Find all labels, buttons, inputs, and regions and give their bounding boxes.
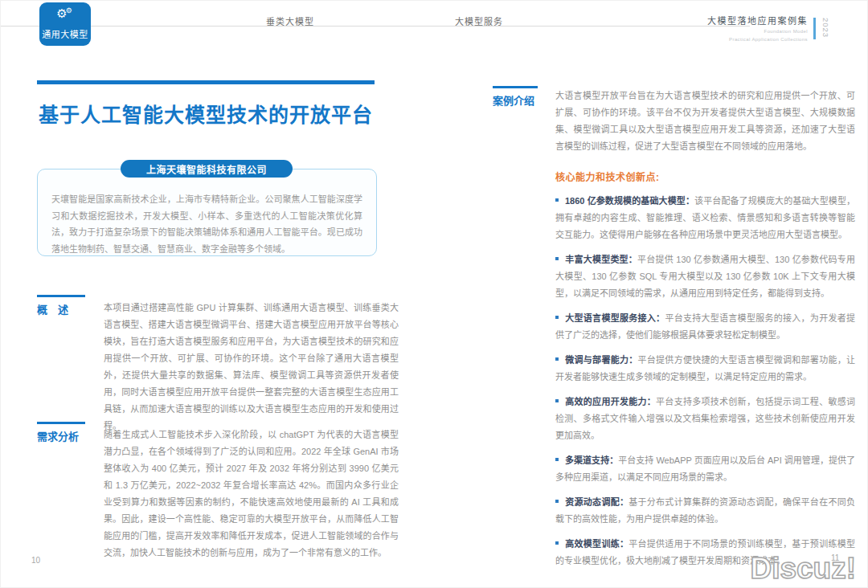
document-page: ⚙⚙ 通用大模型 垂类大模型 大模型服务 大模型落地应用案例集 Foundati… <box>0 0 868 588</box>
feature-lead: 高效模型训练： <box>565 539 628 549</box>
feature-lead: 大型语言模型服务接入： <box>565 313 665 323</box>
tab-large-model-service[interactable]: 大模型服务 <box>455 14 503 27</box>
tab-general-large-model[interactable]: ⚙⚙ 通用大模型 <box>39 2 91 46</box>
header-right-block: 大模型落地应用案例集 Foundation Model Practical Ap… <box>707 14 830 43</box>
tab-vertical-large-model[interactable]: 垂类大模型 <box>266 14 314 27</box>
bullet-square-icon <box>555 198 559 202</box>
overview-label: 概 述 <box>37 301 93 316</box>
bullet-square-icon <box>555 541 559 545</box>
feature-item: 资源动态调配：基于分布式计算集群的资源动态调配，确保平台在不同负载下的高效性能，… <box>555 494 855 528</box>
active-tab-label: 通用大模型 <box>42 27 88 40</box>
feature-lead: 高效的应用开发能力： <box>565 397 656 406</box>
overview-body: 本项目通过搭建高性能 GPU 计算集群、训练通用大语言模型、训练垂类大语言模型、… <box>104 300 399 435</box>
company-intro-text: 天壤智能是国家高新技术企业，上海市专精特新企业。公司聚焦人工智能深度学习和大数据… <box>51 191 362 257</box>
core-capabilities-heading: 核心能力和技术创新点: <box>555 169 855 183</box>
company-intro-box: 天壤智能是国家高新技术企业，上海市专精特新企业。公司聚焦人工智能深度学习和大数据… <box>37 169 377 256</box>
demand-analysis-body: 随着生成式人工智能技术步入深化阶段，以 chatGPT 为代表的大语言模型潜力凸… <box>104 427 399 561</box>
demand-analysis-label: 需求分析 <box>37 428 93 443</box>
feature-item: 1860 亿参数规模的基础大模型：该平台配备了规模庞大的基础大型模型，拥有卓越的… <box>555 193 855 243</box>
year-accent-bar <box>813 18 816 39</box>
bullet-square-icon <box>555 316 559 319</box>
case-intro-label: 案例介绍 <box>493 92 549 108</box>
bullet-square-icon <box>555 357 559 361</box>
bullet-square-icon <box>555 399 559 402</box>
case-intro-text: 大语言模型开放平台旨在为大语言模型技术的研究和应用提供一个开放、可扩展、可协作的… <box>555 88 855 155</box>
feature-item: 多渠道支持：平台支持 WebAPP 页面应用以及后台 API 调用管理，提供了多… <box>555 452 855 486</box>
feature-item: 高效的应用开发能力：平台支持多项技术创新，包括提示词工程、敏感词检测、多格式文件… <box>555 394 855 444</box>
page-title: 基于人工智能大模型技术的开放平台 <box>37 99 375 128</box>
case-intro-accent-bar <box>493 86 538 88</box>
feature-lead: 1860 亿参数规模的基础大模型： <box>565 196 694 206</box>
feature-item: 微调与部署能力：平台提供方便快捷的大型语言模型微调和部署功能，让开发者能够快速生… <box>555 352 855 386</box>
feature-lead: 丰富大模型类型： <box>565 255 637 264</box>
feature-lead: 微调与部署能力： <box>565 355 638 365</box>
feature-lead: 多渠道支持： <box>565 455 618 465</box>
collection-subtitle-line1: Foundation Model <box>707 28 808 35</box>
header-divider <box>1 26 750 27</box>
gears-icon: ⚙⚙ <box>39 7 91 20</box>
demand-analysis-accent-bar <box>37 422 85 424</box>
bullet-square-icon <box>555 458 559 461</box>
feature-item: 大型语言模型服务接入：平台支持大型语言模型服务的接入，为开发者提供了广泛的选择，… <box>555 310 855 344</box>
collection-subtitle-line2: Practical Application Collections <box>707 36 808 43</box>
feature-item: 丰富大模型类型：平台提供 130 亿参数通用大模型、130 亿参数代码专用大模型… <box>555 251 855 302</box>
year-label: 2023 <box>821 18 830 38</box>
bullet-square-icon <box>555 257 559 260</box>
bullet-square-icon <box>555 500 559 503</box>
case-intro-column: 大语言模型开放平台旨在为大语言模型技术的研究和应用提供一个开放、可扩展、可协作的… <box>555 88 855 578</box>
collection-title: 大模型落地应用案例集 <box>707 14 808 27</box>
feature-lead: 资源动态调配： <box>565 497 628 507</box>
overview-accent-bar <box>37 295 85 297</box>
title-accent-bar <box>37 80 375 84</box>
page-number-left: 10 <box>31 556 40 565</box>
company-name-badge: 上海天壤智能科技有限公司 <box>121 160 293 178</box>
discuz-watermark: Discuz! <box>750 552 856 586</box>
